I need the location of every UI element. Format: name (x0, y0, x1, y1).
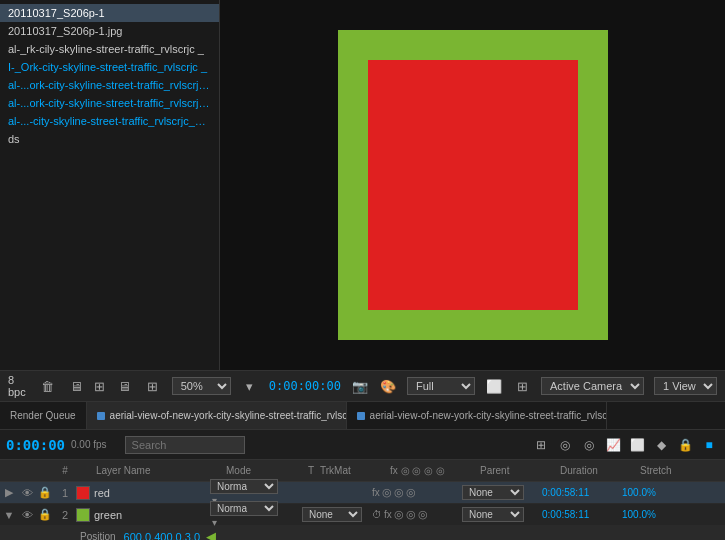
layer-2-trkmat-select[interactable]: None (302, 507, 362, 522)
tab-2[interactable]: aerial-view-of-new-york-city-skyline-str… (347, 402, 607, 429)
layer-2-blur-icon[interactable]: ◎ (406, 508, 416, 521)
preview-panel (220, 0, 725, 370)
col-trkmat-header: TrkMat (320, 465, 390, 476)
file-item-4[interactable]: I-_Ork-city-skyline-street-traffic_rvlsc… (0, 58, 219, 76)
file-item-8[interactable]: ds (0, 130, 219, 148)
layer-2-mode-select[interactable]: Norma (210, 501, 278, 516)
toolbar-right: 🖥 ⊞ 50% 100% 25% ▾ 0:00:00:00 📷 🎨 Full H… (116, 377, 717, 395)
active-camera-select[interactable]: Active Camera (541, 377, 644, 395)
col-mode-header: Mode (222, 465, 302, 476)
layer-1-fx-icon[interactable]: fx (372, 487, 380, 498)
layer-1-parent: None (462, 485, 542, 500)
timeline-timecode[interactable]: 0:00:00 (6, 437, 65, 453)
bpc-label: 8 bpc (8, 374, 33, 398)
toolbar-left: 8 bpc 🗑 🖥 ⊞ (8, 374, 108, 398)
layer-1-lock[interactable]: 🔒 (36, 486, 54, 499)
layer-2-num: 2 (54, 509, 76, 521)
layer-1-name[interactable]: red (92, 487, 210, 499)
layer-2-name[interactable]: green (92, 509, 210, 521)
layer-2-duration: 0:00:58:11 (542, 509, 622, 520)
layer-1-parent-select[interactable]: None (462, 485, 524, 500)
tab-bar: Render Queue aerial-view-of-new-york-cit… (0, 402, 725, 430)
layer-1-duration: 0:00:58:11 (542, 487, 622, 498)
trash-icon[interactable]: 🗑 (39, 377, 56, 395)
layer-2-eye[interactable]: 👁 (18, 509, 36, 521)
view-count-select[interactable]: 1 View (654, 377, 717, 395)
preview-red-layer (368, 60, 578, 310)
layer-2-parent: None (462, 507, 542, 522)
preview-canvas (338, 30, 608, 340)
layer-2-expand[interactable]: ▼ (0, 509, 18, 521)
layer-row-2[interactable]: ▼ 👁 🔒 2 green Norma ▾ None ⏱ fx ◎ ◎ ◎ No… (0, 504, 725, 526)
layer-1-motion-icon[interactable]: ◎ (382, 486, 392, 499)
column-headers: # Layer Name Mode T TrkMat fx ◎ ◎ ◎ ◎ Pa… (0, 460, 725, 482)
layer-2-parent-select[interactable]: None (462, 507, 524, 522)
layer-2-mode: Norma ▾ (210, 501, 284, 528)
layer-1-color[interactable] (76, 486, 90, 500)
layer-2-fx-icon[interactable]: fx (384, 509, 392, 520)
screen-icon[interactable]: ⬜ (485, 377, 503, 395)
position-row: Position 600.0,400.0,3.0 ◀ (0, 526, 725, 540)
layer-2-color[interactable] (76, 508, 90, 522)
chevron-icon[interactable]: ▾ (241, 377, 259, 395)
zoom-select[interactable]: 50% 100% 25% (172, 377, 231, 395)
flow-icon[interactable]: ⬜ (627, 435, 647, 455)
col-t-header: T (302, 465, 320, 476)
file-item-7[interactable]: al-...-city-skyline-street-traffic_rvlsc… (0, 112, 219, 130)
timeline-search[interactable] (125, 436, 245, 454)
grid-icon[interactable]: ⊞ (91, 377, 108, 395)
layer-1-icons: fx ◎ ◎ ◎ (372, 486, 462, 499)
layer-1-eye[interactable]: 👁 (18, 487, 36, 499)
file-item-5[interactable]: al-...ork-city-skyline-street-traffic_rv… (0, 76, 219, 94)
solo-icon[interactable]: ◎ (555, 435, 575, 455)
tab-render-queue[interactable]: Render Queue (0, 402, 87, 429)
graph-editor-icon[interactable]: 📈 (603, 435, 623, 455)
toolbar-strip: 8 bpc 🗑 🖥 ⊞ 🖥 ⊞ 50% 100% 25% ▾ 0:00:00:0… (0, 370, 725, 402)
draft-icon[interactable]: ◆ (651, 435, 671, 455)
fps-display: 0.00 fps (71, 439, 107, 450)
file-item-2[interactable]: 20110317_S206p-1.jpg (0, 22, 219, 40)
layer-2-motion-icon[interactable]: ◎ (394, 508, 404, 521)
tab-2-dot (357, 412, 365, 420)
position-label: Position (80, 531, 116, 540)
layer-2-stopwatch-icon[interactable]: ⏱ (372, 509, 382, 520)
col-num-header: # (54, 465, 76, 476)
timeline-icons: ⊞ ◎ ◎ 📈 ⬜ ◆ 🔒 ■ (531, 435, 719, 455)
color-icon[interactable]: 🎨 (379, 377, 397, 395)
file-item-6[interactable]: al-...ork-city-skyline-street-traffic_rv… (0, 94, 219, 112)
position-arrow-icon[interactable]: ◀ (206, 529, 216, 540)
layer-1-mode-select[interactable]: Norma (210, 479, 278, 494)
quality-select[interactable]: Full Half Quarter (407, 377, 475, 395)
color-cycle-icon[interactable]: ■ (699, 435, 719, 455)
tab-1[interactable]: aerial-view-of-new-york-city-skyline-str… (87, 402, 347, 429)
col-stretch-header: Stretch (640, 465, 700, 476)
layer-1-stretch: 100.0% (622, 487, 682, 498)
layer-row-1[interactable]: ▶ 👁 🔒 1 red Norma ▾ fx ◎ ◎ ◎ None 0:00:5… (0, 482, 725, 504)
layer-1-expand[interactable]: ▶ (0, 486, 18, 499)
position-value[interactable]: 600.0,400.0,3.0 (124, 531, 200, 541)
camera-icon[interactable]: 📷 (351, 377, 369, 395)
file-panel: 20110317_S206p-1 20110317_S206p-1.jpg al… (0, 0, 220, 370)
file-item-3[interactable]: al-_rk-cily-skyline-streer-traffic_rvlsc… (0, 40, 219, 58)
layer-1-blur-icon[interactable]: ◎ (394, 486, 404, 499)
layer-2-stretch: 100.0% (622, 509, 682, 520)
snap-icon[interactable]: ⊞ (531, 435, 551, 455)
grid-icon-2[interactable]: ⊞ (144, 377, 162, 395)
lock-icon[interactable]: 🔒 (675, 435, 695, 455)
render-queue-label: Render Queue (10, 410, 76, 421)
view-icon[interactable]: ⊞ (513, 377, 531, 395)
layer-1-3d-icon[interactable]: ◎ (406, 486, 416, 499)
file-item-1[interactable]: 20110317_S206p-1 (0, 4, 219, 22)
motion-blur-icon[interactable]: ◎ (579, 435, 599, 455)
layer-2-trkmat: None (302, 507, 372, 522)
monitor-icon-2[interactable]: 🖥 (116, 377, 134, 395)
tab-1-label: aerial-view-of-new-york-city-skyline-str… (110, 410, 347, 421)
monitor-icon[interactable]: 🖥 (68, 377, 85, 395)
tab-2-label: aerial-view-of-new-york-city-skyline-str… (370, 410, 607, 421)
col-icons-header: fx ◎ ◎ ◎ ◎ (390, 465, 480, 476)
layer-2-3d-icon[interactable]: ◎ (418, 508, 428, 521)
layer-2-lock[interactable]: 🔒 (36, 508, 54, 521)
timeline-header: 0:00:00 0.00 fps ⊞ ◎ ◎ 📈 ⬜ ◆ 🔒 ■ (0, 430, 725, 460)
timecode-display: 0:00:00:00 (269, 379, 341, 393)
col-name-header: Layer Name (92, 465, 222, 476)
